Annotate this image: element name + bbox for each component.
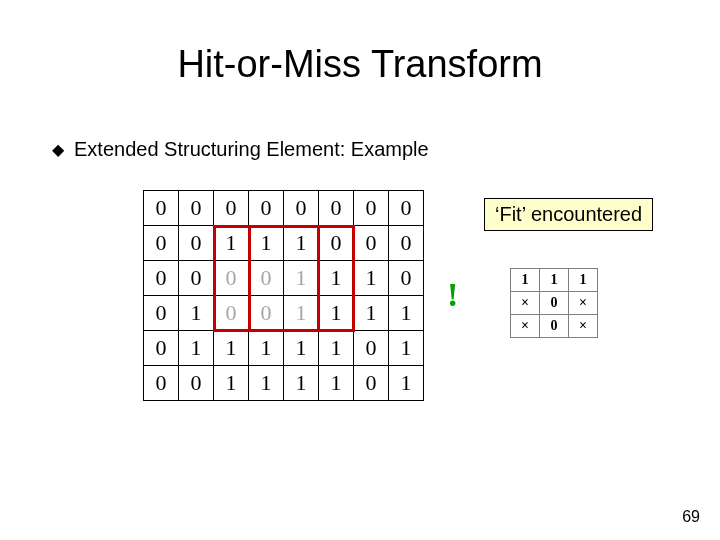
grid-cell: 0: [389, 226, 424, 261]
grid-cell: 0: [144, 191, 179, 226]
grid-cell: 1: [389, 296, 424, 331]
grid-cell: 0: [249, 296, 284, 331]
grid-cell: 1: [319, 261, 354, 296]
grid-cell: 0: [144, 261, 179, 296]
grid-cell: 1: [214, 226, 249, 261]
grid-cell: 1: [179, 331, 214, 366]
grid-cell: 0: [319, 226, 354, 261]
se-cell: 1: [511, 269, 540, 292]
grid-cell: 1: [389, 366, 424, 401]
grid-cell: 0: [144, 366, 179, 401]
grid-cell: 1: [284, 226, 319, 261]
bullet-line: ◆ Extended Structuring Element: Example: [52, 138, 429, 161]
grid-cell: 0: [354, 226, 389, 261]
grid-cell: 0: [179, 261, 214, 296]
grid-cell: 1: [354, 296, 389, 331]
grid-cell: 0: [179, 191, 214, 226]
grid-cell: 0: [249, 261, 284, 296]
grid-cell: 0: [389, 191, 424, 226]
grid-cell: 0: [214, 296, 249, 331]
grid-cell: 0: [389, 261, 424, 296]
grid-cell: 1: [354, 261, 389, 296]
grid-cell: 0: [354, 331, 389, 366]
se-cell: ×: [511, 315, 540, 338]
grid-cell: 1: [284, 296, 319, 331]
grid-cell: 1: [319, 296, 354, 331]
se-cell: 0: [540, 292, 569, 315]
grid-cell: 1: [319, 331, 354, 366]
grid-cell: 0: [144, 331, 179, 366]
grid-cell: 1: [249, 226, 284, 261]
se-cell: ×: [511, 292, 540, 315]
grid-cell: 1: [249, 331, 284, 366]
grid-cell: 0: [144, 226, 179, 261]
grid-cell: 1: [284, 261, 319, 296]
main-grid: 0000000000111000000011100100111101111101…: [143, 190, 424, 401]
grid-cell: 0: [179, 226, 214, 261]
se-cell: ×: [569, 292, 598, 315]
structuring-element-grid: 111×0××0×: [510, 268, 598, 338]
fit-encountered-label: ‘Fit’ encountered: [484, 198, 653, 231]
grid-cell: 0: [284, 191, 319, 226]
page-title: Hit-or-Miss Transform: [0, 43, 720, 86]
se-cell: 1: [540, 269, 569, 292]
se-cell: ×: [569, 315, 598, 338]
grid-cell: 1: [319, 366, 354, 401]
grid-cell: 1: [284, 331, 319, 366]
grid-cell: 0: [354, 366, 389, 401]
grid-cell: 1: [214, 366, 249, 401]
exclamation-mark: !: [447, 276, 458, 314]
grid-cell: 1: [389, 331, 424, 366]
grid-cell: 0: [214, 261, 249, 296]
se-cell: 0: [540, 315, 569, 338]
diamond-icon: ◆: [52, 142, 64, 158]
grid-cell: 0: [249, 191, 284, 226]
grid-cell: 0: [319, 191, 354, 226]
bullet-text: Extended Structuring Element: Example: [74, 138, 429, 161]
page-number: 69: [682, 508, 700, 526]
se-cell: 1: [569, 269, 598, 292]
grid-cell: 1: [249, 366, 284, 401]
grid-cell: 0: [214, 191, 249, 226]
grid-cell: 1: [284, 366, 319, 401]
grid-cell: 1: [179, 296, 214, 331]
grid-cell: 0: [179, 366, 214, 401]
grid-cell: 0: [144, 296, 179, 331]
grid-cell: 1: [214, 331, 249, 366]
grid-cell: 0: [354, 191, 389, 226]
